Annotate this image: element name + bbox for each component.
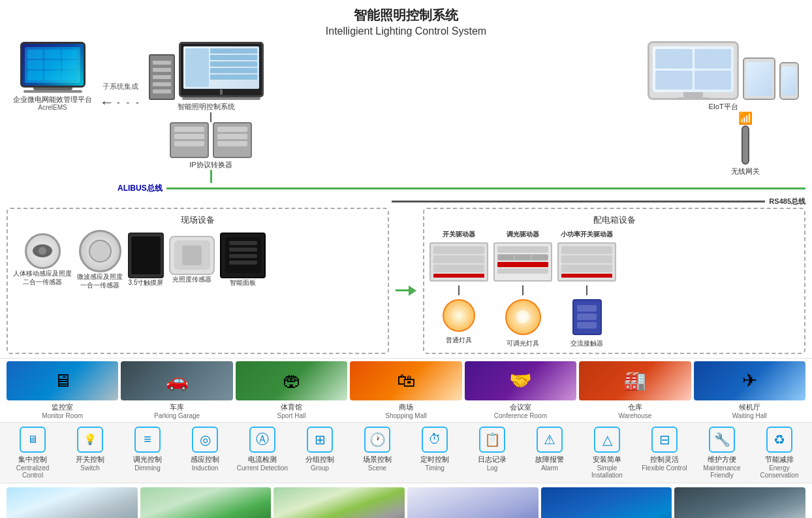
ilcs-monitor <box>179 42 264 97</box>
feat-label-alarm-en: Alarm <box>541 464 558 472</box>
feat-maintenance: 🔧 维护方便 MaintenanceFriendly <box>696 427 748 479</box>
label-sport-zh: 体育馆 <box>281 402 302 412</box>
photo-hospital <box>7 487 138 518</box>
eiot-device: EIoT平台 <box>648 41 799 111</box>
title-en: Intelligient Lighting Control System <box>0 25 812 37</box>
small-switch-col: 小功率开关驱动器 <box>557 230 616 348</box>
gw-antenna <box>742 125 749 165</box>
feat-alarm: ⚠ 故障报警 Alarm <box>523 427 576 479</box>
ip-converter-box2 <box>213 122 252 158</box>
sp-inner <box>225 237 261 273</box>
eiot-tablet <box>743 57 775 100</box>
app-grid: 🖥 监控室 Monitor Room 🚗 车库 Parking Garage <box>7 361 805 419</box>
app-section: 🖥 监控室 Monitor Room 🚗 车库 Parking Garage <box>0 358 812 422</box>
label-monitor-room-zh: 监控室 <box>52 402 73 412</box>
feat-label-current-zh: 电流检测 <box>248 455 277 464</box>
switch-driver-dev <box>429 242 488 282</box>
photo-warehouse: 🏭 <box>579 361 691 400</box>
light-sensor: 光照度传感器 <box>169 236 215 283</box>
dist-inner: 开关驱动器 普通灯具 调光驱动器 <box>429 230 799 348</box>
feat-switch: 💡 开关控制 Switch <box>64 427 116 479</box>
feat-icon-alarm: ⚠ <box>537 427 563 453</box>
field-devices-inner: 人体移动感应及照度二合一传感器 微波感应及照度一合一传感器 <box>13 230 383 289</box>
page-container: 智能照明控制系统 Intelligient Lighting Control S… <box>0 0 812 518</box>
smart-panel-dev <box>220 233 266 278</box>
ems-device: 企业微电网能效管理平台 AcrelEMS <box>13 42 92 111</box>
ip-converter-label: IP协议转换器 <box>189 160 232 169</box>
eiot-area: EIoT平台 <box>648 41 799 111</box>
feat-label-energy-zh: 节能减排 <box>765 455 794 464</box>
lamp-dimmable-label: 可调光灯具 <box>507 339 539 348</box>
top-row: 企业微电网能效管理平台 AcrelEMS 子系统集成 ← - - - <box>0 41 812 111</box>
feat-label-dimming-en: Dimming <box>134 464 160 472</box>
row2: IP协议转换器 📶 无线网关 <box>0 112 812 182</box>
label-waiting-en: Waiting Hall <box>732 412 767 419</box>
system-diagram: 企业微电网能效管理平台 AcrelEMS 子系统集成 ← - - - <box>0 41 812 518</box>
feat-label-group-en: Group <box>311 464 329 472</box>
sensor2-label: 微波感应及照度一合一传感器 <box>77 272 123 289</box>
rs485-label: RS485总线 <box>769 197 805 206</box>
label-mall-en: Shopping Mall <box>385 412 426 419</box>
bottom-hospital: 医院 Hospital <box>7 487 138 518</box>
feat-scene: 🕐 场景控制 Scene <box>351 427 403 479</box>
ilcs-label-zh: 智能照明控制系统 <box>178 102 235 111</box>
wireless-gw-area: 📶 无线网关 <box>731 112 760 176</box>
feat-label-centralized-zh: 集中控制 <box>18 455 47 464</box>
photo-monitor-room: 🖥 <box>7 361 118 400</box>
label-mall-zh: 商场 <box>399 402 413 412</box>
sensor1-label: 人体移动感应及照度二合一传感器 <box>13 269 72 286</box>
bottom-school: 学校 School <box>140 487 272 518</box>
eiot-imac <box>648 41 739 100</box>
feat-induction: ◎ 感应控制 Induction <box>179 427 231 479</box>
feat-icon-switch: 💡 <box>77 427 103 453</box>
photo-conference: 🤝 <box>465 361 576 400</box>
small-switch-label: 小功率开关驱动器 <box>561 230 613 238</box>
feat-label-alarm-zh: 故障报警 <box>535 455 564 464</box>
field-devices-box: 现场设备 人体移动感应及照度二合一传感器 <box>7 208 389 354</box>
feat-label-dimming-zh: 调光控制 <box>133 455 162 464</box>
touchscreen: 3.5寸触摸屏 <box>128 233 164 287</box>
ems-monitor <box>20 42 86 88</box>
app-conference: 🤝 会议室 Conference Room <box>465 361 576 419</box>
ilcs-screen <box>183 46 259 89</box>
photo-waiting: ✈ <box>694 361 805 400</box>
feat-label-group-zh: 分组控制 <box>305 455 334 464</box>
feat-icon-timing: ⏱ <box>422 427 448 453</box>
feat-icon-log: 📋 <box>479 427 505 453</box>
feat-icon-centralized: 🖥 <box>20 427 46 453</box>
feat-label-maintenance-zh: 维护方便 <box>708 455 736 464</box>
label-parking-zh: 车库 <box>170 402 184 412</box>
feat-label-install-zh: 安装简单 <box>593 455 621 464</box>
feat-label-switch-zh: 开关控制 <box>76 455 104 464</box>
feat-label-scene-zh: 场景控制 <box>363 455 392 464</box>
dist-box: 配电箱设备 开关驱动器 普通灯具 <box>423 208 805 354</box>
switch-driver-col: 开关驱动器 普通灯具 <box>429 230 488 348</box>
feat-icon-energy: ♻ <box>766 427 792 453</box>
photo-parking: 🚗 <box>121 361 232 400</box>
feat-group: ⊞ 分组控制 Group <box>294 427 346 479</box>
photo-bio <box>407 487 539 518</box>
devices-row: 现场设备 人体移动感应及照度二合一传感器 <box>0 208 812 354</box>
field-devices-title: 现场设备 <box>13 214 383 226</box>
server-block: 智能照明控制系统 <box>149 42 264 111</box>
ems-area: 企业微电网能效管理平台 AcrelEMS 子系统集成 ← - - - <box>13 42 264 111</box>
features-row: 🖥 集中控制 CentralizedControl 💡 开关控制 Switch … <box>0 422 812 483</box>
photo-expressway <box>273 487 405 518</box>
feat-label-flexible-en: Flexible Control <box>642 464 687 472</box>
feat-log: 📋 日志记录 Log <box>466 427 518 479</box>
ems-label-zh: 企业微电网能效管理平台 <box>13 95 92 104</box>
smart-panel: 智能面板 <box>220 233 266 287</box>
eiot-label-zh: EIoT平台 <box>708 102 738 111</box>
green-arrow-connector <box>393 227 419 354</box>
feat-icon-group: ⊞ <box>307 427 333 453</box>
app-sport: 🏟 体育馆 Sport Hall <box>236 361 347 419</box>
label-conference-zh: 会议室 <box>510 402 531 412</box>
touchscreen-label: 3.5寸触摸屏 <box>129 278 164 287</box>
ems-label-en: AcrelEMS <box>38 104 67 111</box>
feat-flexible: ⊟ 控制灵活 Flexible Control <box>638 427 691 479</box>
feat-icon-dimming: ≡ <box>134 427 161 453</box>
feat-label-log-en: Log <box>487 464 498 472</box>
feat-label-maintenance-en: MaintenanceFriendly <box>703 464 740 479</box>
label-sport-en: Sport Hall <box>277 412 306 419</box>
photo-sport: 🏟 <box>236 361 347 400</box>
